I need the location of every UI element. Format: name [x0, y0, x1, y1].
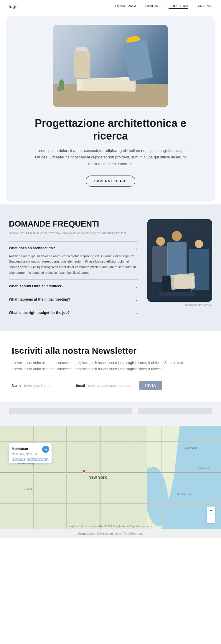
faq-section: DOMANDE FREQUENTI Sample text. Click to …	[0, 204, 221, 331]
faq-item-3-header[interactable]: What happens at the initial meeting? ⌄	[9, 297, 138, 302]
faq-title: DOMANDE FREQUENTI	[9, 219, 138, 229]
map-attribution: Keyboard shortcuts Map data ©2024 Google…	[69, 525, 152, 528]
faq-image-area: Immagine da Freepik	[147, 219, 212, 319]
hero-section: Progettazione architettonica e ricerca L…	[6, 16, 215, 201]
navigation: logo HOME PAGE LANDING OUR TEAM LANDING	[0, 0, 221, 13]
faq-item-2: When should I hire an architect? ⌄	[9, 279, 138, 293]
faq-item-3: What happens at the initial meeting? ⌄	[9, 293, 138, 306]
faq-item-4: What is the right budget for the job? ⌄	[9, 306, 138, 319]
email-field-group: Email	[76, 382, 135, 389]
name-input[interactable]	[24, 382, 71, 389]
city-label-4: Glen Cove	[185, 446, 197, 449]
nav-landing-1[interactable]: LANDING	[145, 4, 161, 9]
faq-question-2: When should I hire an architect?	[9, 284, 63, 288]
hero-title: Progettazione architettonica e ricerca	[28, 117, 193, 142]
zoom-out-button[interactable]: −	[207, 515, 215, 523]
directions-button[interactable]: ➡	[42, 446, 49, 453]
faq-answer-1: Answer. Lorem ipsum dolor sit amet, cons…	[9, 253, 138, 276]
map-marker-address: New York, NY, USA	[12, 453, 37, 456]
newsletter-title: Iscriviti alla nostra Newsletter	[12, 346, 209, 356]
faq-chevron-3: ⌄	[135, 297, 138, 302]
faq-item-2-header[interactable]: When should I hire an architect? ⌄	[9, 284, 138, 289]
faq-image-caption: Immagine da Freepik	[147, 304, 212, 307]
nav-our-team[interactable]: OUR TEAM	[169, 4, 188, 9]
nav-landing-2[interactable]: LANDING	[195, 4, 212, 9]
name-field-group: Name	[12, 382, 71, 389]
new-york-label: New York	[88, 475, 107, 480]
newsletter-form: Name Email INVIA	[12, 381, 209, 390]
email-input[interactable]	[88, 382, 135, 389]
map-marker-title: Manhattan	[12, 447, 28, 450]
spacer-bars-section	[0, 402, 221, 426]
directions-link[interactable]: Directions	[12, 458, 25, 461]
submit-button[interactable]: INVIA	[139, 381, 162, 390]
faq-question-1: What does an architect do?	[9, 246, 55, 250]
hero-image	[53, 25, 168, 107]
bottom-sample-text: Sample text. Click to select the Text El…	[78, 532, 143, 535]
bottom-text-bar: Sample text. Click to select the Text El…	[0, 529, 221, 538]
nav-homepage[interactable]: HOME PAGE	[115, 4, 138, 9]
faq-item-4-header[interactable]: What is the right budget for the job? ⌄	[9, 310, 138, 315]
faq-item-1-header[interactable]: What does an architect do? ⌄	[9, 246, 138, 250]
city-label-3: Newark	[24, 488, 33, 491]
map-section: New York East Hanover South Orange Newar…	[0, 426, 221, 529]
name-label: Name	[12, 384, 22, 388]
faq-chevron-4: ⌄	[135, 310, 138, 315]
nav-links: HOME PAGE LANDING OUR TEAM LANDING	[115, 4, 212, 9]
faq-question-4: What is the right budget for the job?	[9, 311, 70, 315]
faq-team-image	[147, 219, 212, 302]
newsletter-section: Iscriviti alla nostra Newsletter Lorem i…	[0, 331, 221, 402]
gray-bar-1	[9, 408, 132, 414]
zoom-in-button[interactable]: +	[207, 507, 215, 515]
faq-question-3: What happens at the initial meeting?	[9, 297, 70, 301]
faq-chevron-2: ⌄	[135, 284, 138, 289]
faq-chevron-1: ⌄	[135, 246, 138, 250]
city-label-5: QUEENS	[198, 467, 209, 470]
city-label-6: BROOKLYN	[177, 493, 192, 496]
faq-content: DOMANDE FREQUENTI Sample text. Click to …	[9, 219, 138, 319]
faq-item-1: What does an architect do? ⌄ Answer. Lor…	[9, 241, 138, 280]
map-marker-links: Directions View larger map	[12, 458, 49, 461]
hero-cta-button[interactable]: SAPERNE DI PIÙ	[86, 176, 136, 187]
logo: logo	[9, 4, 18, 9]
map-zoom-controls: + −	[207, 507, 215, 523]
faq-subtitle: Sample text. Click to select the text bo…	[9, 231, 138, 235]
map-info-box: Manhattan New York, NY, USA ➡ Directions…	[9, 443, 52, 463]
email-label: Email	[76, 384, 85, 388]
view-larger-link[interactable]: View larger map	[27, 458, 48, 461]
map-background: New York East Hanover South Orange Newar…	[0, 426, 221, 529]
gray-bar-2	[138, 408, 212, 414]
newsletter-description: Lorem ipsum dolor sit amet, consectetur …	[12, 360, 194, 372]
hero-description: Lorem ipsum dolor sit amet, consectetur …	[34, 148, 187, 167]
